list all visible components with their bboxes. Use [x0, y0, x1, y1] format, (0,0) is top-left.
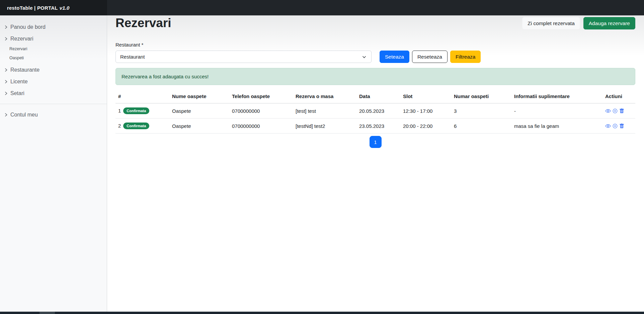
main-content: Rezervari Zi complet rezervata Adauga re…: [107, 15, 644, 314]
table-row: 2Confirmata Oaspete 0700000000 [testNd] …: [115, 119, 635, 134]
chevron-right-icon: [4, 25, 8, 29]
restaurant-select-value: Restaurant: [120, 54, 145, 60]
sidebar-item-setari[interactable]: Setari: [0, 87, 107, 99]
sidebar-item-label: Rezervari: [10, 36, 33, 42]
column-header-index: #: [115, 92, 169, 103]
header-actions: Zi complet rezervata Adauga rezervare: [522, 17, 635, 29]
reservations-table-wrap: # Nume oaspete Telefon oaspete Rezerva o…: [115, 92, 635, 134]
status-badge: Confirmata: [123, 107, 149, 114]
cell-date: 20.05.2023: [356, 103, 400, 119]
cell-date: 23.05.2023: [356, 119, 400, 134]
brand-name: restoTable | PORTAL: [7, 5, 58, 11]
row-number: 1: [118, 108, 121, 113]
eye-icon[interactable]: [605, 124, 611, 129]
chevron-right-icon: [4, 37, 8, 41]
reservations-table: # Nume oaspete Telefon oaspete Rezerva o…: [115, 92, 635, 134]
cell-guest-name: Oaspete: [169, 119, 229, 134]
x-circle-icon[interactable]: [613, 108, 618, 113]
sidebar-item-label: Contul meu: [10, 112, 38, 118]
sidebar-subitem-oaspeti[interactable]: Oaspeti: [9, 54, 107, 63]
chevron-right-icon: [4, 80, 8, 84]
brand-version: v1.0: [60, 5, 70, 11]
sidebar-item-label: Restaurante: [10, 67, 39, 73]
table-header-row: # Nume oaspete Telefon oaspete Rezerva o…: [115, 92, 635, 103]
column-header-guest-count: Numar oaspeti: [451, 92, 511, 103]
cell-extra-info: masa sa fie la geam: [511, 119, 602, 134]
sidebar-item-licente[interactable]: Licente: [0, 76, 107, 87]
page-title: Rezervari: [115, 15, 171, 31]
sidebar-item-label: Panou de bord: [10, 24, 46, 30]
brand[interactable]: restoTable | PORTAL v1.0: [0, 0, 107, 15]
column-header-slot: Slot: [400, 92, 451, 103]
cell-guest-phone: 0700000000: [229, 119, 293, 134]
x-circle-icon[interactable]: [613, 124, 618, 129]
column-header-table: Rezerva o masa: [293, 92, 356, 103]
row-actions: [605, 124, 633, 129]
table-row: 1Confirmata Oaspete 0700000000 [test] te…: [115, 103, 635, 119]
column-header-actions: Actiuni: [602, 92, 635, 103]
chevron-right-icon: [4, 113, 8, 117]
cell-extra-info: -: [511, 103, 602, 119]
filter-row: Restaurant Seteaza Reseteaza Filtreaza: [115, 51, 481, 63]
cell-table: [test] test: [293, 103, 356, 119]
pagination-page-button[interactable]: 1: [370, 136, 382, 148]
success-alert: Rezervarea a fost adaugata cu succes!: [115, 68, 635, 85]
row-number: 2: [118, 123, 121, 129]
cell-index: 1Confirmata: [115, 103, 169, 119]
sidebar: Panou de bord Rezervari Rezervari Oaspet…: [0, 15, 107, 314]
trash-icon[interactable]: [619, 124, 624, 129]
chevron-down-icon: [362, 55, 367, 59]
sidebar-item-panou-de-bord[interactable]: Panou de bord: [0, 21, 107, 33]
scrollbar-thumb[interactable]: [39, 312, 55, 314]
row-actions: [605, 108, 633, 113]
set-button[interactable]: Seteaza: [380, 51, 409, 63]
sidebar-nav: Panou de bord Rezervari Rezervari Oaspet…: [0, 15, 107, 121]
sidebar-item-restaurante[interactable]: Restaurante: [0, 64, 107, 76]
success-alert-message: Rezervarea a fost adaugata cu succes!: [122, 74, 209, 79]
eye-icon[interactable]: [605, 108, 611, 113]
sidebar-item-label: Setari: [10, 90, 24, 96]
horizontal-scrollbar[interactable]: [0, 312, 644, 314]
column-header-date: Data: [356, 92, 400, 103]
sidebar-item-contul-meu[interactable]: Contul meu: [0, 109, 107, 121]
fully-booked-day-button[interactable]: Zi complet rezervata: [522, 17, 580, 29]
cell-guest-count: 6: [451, 119, 511, 134]
cell-index: 2Confirmata: [115, 119, 169, 134]
cell-guest-name: Oaspete: [169, 103, 229, 119]
column-header-extra-info: Informatii suplimentare: [511, 92, 602, 103]
sidebar-item-label: Licente: [10, 79, 28, 85]
trash-icon[interactable]: [619, 108, 624, 113]
restaurant-select[interactable]: Restaurant: [115, 51, 372, 63]
restaurant-field-label: Restaurant *: [115, 42, 143, 48]
sidebar-subitem-rezervari[interactable]: Rezervari: [9, 45, 107, 54]
column-header-guest-name: Nume oaspete: [169, 92, 229, 103]
column-header-guest-phone: Telefon oaspete: [229, 92, 293, 103]
cell-actions: [602, 103, 635, 119]
chevron-right-icon: [4, 91, 8, 95]
sidebar-rezervari-submenu: Rezervari Oaspeti: [0, 45, 107, 63]
sidebar-divider: [0, 104, 107, 104]
cell-guest-phone: 0700000000: [229, 103, 293, 119]
cell-slot: 20:00 - 22:00: [400, 119, 451, 134]
status-badge: Confirmata: [123, 123, 149, 129]
topbar: restoTable | PORTAL v1.0: [0, 0, 644, 15]
sidebar-item-rezervari[interactable]: Rezervari: [0, 33, 107, 45]
cell-slot: 12:30 - 17:00: [400, 103, 451, 119]
cell-table: [testNd] test2: [293, 119, 356, 134]
cell-actions: [602, 119, 635, 134]
pagination: 1: [115, 136, 635, 148]
cell-guest-count: 3: [451, 103, 511, 119]
reset-button[interactable]: Reseteaza: [412, 51, 448, 63]
add-reservation-button[interactable]: Adauga rezervare: [583, 17, 635, 29]
filter-button[interactable]: Filtreaza: [450, 51, 481, 63]
chevron-right-icon: [4, 68, 8, 72]
